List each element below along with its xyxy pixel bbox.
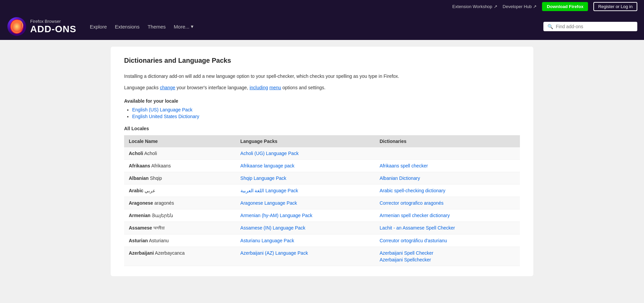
content-box: Dictionaries and Language Packs Installi… <box>111 47 533 276</box>
available-locale-list: English (US) Language Pack English Unite… <box>132 107 520 119</box>
dictionaries-cell: Armenian spell checker dictionary <box>375 209 520 221</box>
nav-explore[interactable]: Explore <box>90 24 107 30</box>
language-pack-link[interactable]: Armenian (hy-AM) Language Pack <box>240 213 313 218</box>
site-header: Extension Workshop ↗ Developer Hub ↗ Dow… <box>0 0 644 40</box>
search-input[interactable] <box>556 24 633 29</box>
table-row: Asturian AsturianuAsturianu Language Pac… <box>124 234 520 247</box>
list-item: English United States Dictionary <box>132 114 520 119</box>
language-pack-link[interactable]: Asturianu Language Pack <box>240 238 294 243</box>
locale-bold: Albanian <box>129 175 149 181</box>
brand-text: Firefox Browser ADD-ONS <box>30 19 76 35</box>
locale-name-cell: Asturian Asturianu <box>124 234 236 247</box>
language-pack-link[interactable]: Assamese (IN) Language Pack <box>240 225 306 231</box>
download-firefox-button[interactable]: Download Firefox <box>542 2 588 11</box>
locale-bold: Azerbaijani <box>129 250 154 256</box>
table-row: Assamese অসমীয়াAssamese (IN) Language P… <box>124 221 520 234</box>
header-top-bar: Extension Workshop ↗ Developer Hub ↗ Dow… <box>0 0 644 13</box>
language-pack-link[interactable]: اللغة العربية Language Pack <box>240 188 298 193</box>
locale-name-cell: Acholi Acholi <box>124 147 236 160</box>
list-item: English (US) Language Pack <box>132 107 520 112</box>
search-bar: 🔍 <box>543 22 637 31</box>
dictionary-link[interactable]: Correutor ortográficu d'asturianu <box>380 238 515 243</box>
dictionaries-cell: Correutor ortográficu d'asturianu <box>375 234 520 247</box>
language-pack-link[interactable]: Azerbaijani (AZ) Language Pack <box>240 250 308 256</box>
locale-bold: Armenian <box>129 213 151 218</box>
dictionaries-cell <box>375 147 520 160</box>
language-packs-cell: Afrikaanse language pack <box>236 159 375 172</box>
nav-more-label: More... <box>174 24 190 30</box>
all-locales-title: All Locales <box>124 126 520 131</box>
dictionary-link[interactable]: Arabic spell-checking dictionary <box>380 188 515 193</box>
col-dictionaries: Dictionaries <box>375 135 520 147</box>
language-packs-cell: Acholi (UG) Language Pack <box>236 147 375 160</box>
main-nav: Explore Extensions Themes More... ▾ <box>90 23 194 30</box>
language-packs-cell: Shqip Language Pack <box>236 172 375 184</box>
table-row: Armenian ՅայերենArmenian (hy-AM) Languag… <box>124 209 520 221</box>
dictionary-link[interactable]: Albanian Dictionary <box>380 175 515 181</box>
locale-name-cell: Assamese অসমীয়া <box>124 221 236 234</box>
language-pack-link[interactable]: Aragonese Language Pack <box>240 200 297 206</box>
locale-name-cell: Afrikaans Afrikaans <box>124 159 236 172</box>
locale-bold: Afrikaans <box>129 163 150 168</box>
developer-hub-link[interactable]: Developer Hub ↗ <box>503 4 537 9</box>
dictionaries-cell: Azerbaijani Spell CheckerAzerbaijani Spe… <box>375 247 520 266</box>
site-logo-link[interactable]: Firefox Browser ADD-ONS <box>7 16 76 37</box>
dictionaries-cell: Corrector ortografico aragonés <box>375 197 520 209</box>
dictionary-link[interactable]: Azerbaijani Spell Checker <box>380 250 515 256</box>
language-packs-cell: Armenian (hy-AM) Language Pack <box>236 209 375 221</box>
locale-name-cell: Armenian Յայերեն <box>124 209 236 221</box>
page-content: Dictionaries and Language Packs Installi… <box>104 40 540 283</box>
table-row: Acholi AcholiAcholi (UG) Language Pack <box>124 147 520 160</box>
nav-extensions[interactable]: Extensions <box>115 24 140 30</box>
dictionaries-cell: Lachit - an Assamese Spell Checker <box>375 221 520 234</box>
dictionary-link[interactable]: Armenian spell checker dictionary <box>380 213 515 218</box>
menu-link[interactable]: menu <box>269 85 281 90</box>
including-link[interactable]: including <box>250 85 268 90</box>
brand-browser-label: Firefox Browser <box>30 19 76 24</box>
extension-workshop-link[interactable]: Extension Workshop ↗ <box>452 4 497 9</box>
language-packs-cell: Azerbaijani (AZ) Language Pack <box>236 247 375 266</box>
table-row: Aragonese aragonésAragonese Language Pac… <box>124 197 520 209</box>
language-packs-cell: Asturianu Language Pack <box>236 234 375 247</box>
change-link[interactable]: change <box>160 85 175 90</box>
search-icon: 🔍 <box>547 24 553 29</box>
language-packs-cell: Assamese (IN) Language Pack <box>236 221 375 234</box>
nav-themes[interactable]: Themes <box>148 24 166 30</box>
locales-table: Locale Name Language Packs Dictionaries … <box>124 135 520 266</box>
language-pack-link[interactable]: Acholi (UG) Language Pack <box>240 151 299 156</box>
brand-addons-label: ADD-ONS <box>30 24 76 35</box>
english-us-lang-pack-link[interactable]: English (US) Language Pack <box>132 107 193 112</box>
table-row: Afrikaans AfrikaansAfrikaanse language p… <box>124 159 520 172</box>
description-1: Installing a dictionary add-on will add … <box>124 72 520 80</box>
dictionary-link[interactable]: Corrector ortografico aragonés <box>380 200 515 206</box>
dictionaries-cell: Afrikaans spell checker <box>375 159 520 172</box>
locale-bold: Asturian <box>129 238 148 243</box>
language-pack-link[interactable]: Afrikaanse language pack <box>240 163 294 168</box>
description-2: Language packs change your browser's int… <box>124 84 520 91</box>
nav-more-button[interactable]: More... ▾ <box>174 23 194 30</box>
english-us-dict-link[interactable]: English United States Dictionary <box>132 114 199 119</box>
dictionary-link[interactable]: Lachit - an Assamese Spell Checker <box>380 225 515 231</box>
col-language-packs: Language Packs <box>236 135 375 147</box>
register-login-button[interactable]: Register or Log in <box>593 2 637 11</box>
locale-name-cell: Arabic عربي <box>124 184 236 197</box>
language-packs-cell: Aragonese Language Pack <box>236 197 375 209</box>
locale-name-cell: Albanian Shqip <box>124 172 236 184</box>
available-locale-title: Available for your locale <box>124 98 520 104</box>
dictionary-link[interactable]: Afrikaans spell checker <box>380 163 515 168</box>
table-row: Arabic عربياللغة العربية Language PackAr… <box>124 184 520 197</box>
locale-name-cell: Aragonese aragonés <box>124 197 236 209</box>
language-packs-cell: اللغة العربية Language Pack <box>236 184 375 197</box>
col-locale-name: Locale Name <box>124 135 236 147</box>
table-row: Albanian ShqipShqip Language PackAlbania… <box>124 172 520 184</box>
locale-bold: Aragonese <box>129 200 153 206</box>
language-pack-link[interactable]: Shqip Language Pack <box>240 175 286 181</box>
extension-workshop-label: Extension Workshop <box>452 4 492 9</box>
firefox-logo-icon <box>7 16 27 37</box>
locale-bold: Acholi <box>129 151 143 156</box>
page-title: Dictionaries and Language Packs <box>124 57 520 64</box>
external-link-icon: ↗ <box>533 4 537 9</box>
dictionary-link[interactable]: Azerbaijani Spellchecker <box>380 257 515 262</box>
external-link-icon: ↗ <box>494 4 497 9</box>
header-main-bar: Firefox Browser ADD-ONS Explore Extensio… <box>0 13 644 40</box>
